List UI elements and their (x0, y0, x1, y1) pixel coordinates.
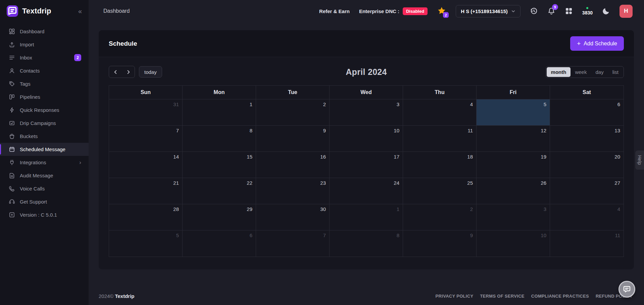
calendar-day[interactable]: 19 (477, 152, 550, 178)
account-dropdown[interactable]: H S (+15189134615) (456, 5, 521, 17)
calendar-day[interactable]: 10 (477, 230, 550, 257)
calendar-day[interactable]: 16 (256, 152, 330, 178)
sidebar-item-dashboard[interactable]: Dashboard (0, 25, 89, 38)
calendar-day[interactable]: 20 (550, 152, 624, 178)
calendar-view-week-button[interactable]: week (571, 67, 591, 77)
calendar-day[interactable]: 5 (109, 230, 183, 257)
add-schedule-button[interactable]: + Add Schedule (570, 36, 624, 51)
calendar-day[interactable]: 27 (550, 178, 624, 204)
sidebar-item-quick-responses[interactable]: Quick Responses (0, 103, 89, 117)
calendar-day[interactable]: 3 (330, 99, 403, 126)
calendar-day[interactable]: 6 (550, 99, 624, 126)
day-header-tue: Tue (256, 86, 330, 99)
sidebar-item-label: Tags (20, 81, 31, 87)
calendar-day[interactable]: 21 (109, 178, 183, 204)
day-number: 1 (250, 101, 252, 107)
calendar-day[interactable]: 6 (183, 230, 256, 257)
pipelines-icon (9, 94, 15, 100)
calendar-day[interactable]: 18 (403, 152, 477, 178)
footer-link-terms-of-service[interactable]: TERMS OF SERVICE (480, 294, 524, 299)
calendar-view-month-button[interactable]: month (547, 67, 571, 77)
calendar-day[interactable]: 30 (256, 204, 330, 230)
calendar-day[interactable]: 31 (109, 99, 183, 126)
calendar-day[interactable]: 26 (477, 178, 550, 204)
calendar-day[interactable]: 29 (183, 204, 256, 230)
inbox-icon (9, 54, 15, 61)
calendar-day[interactable]: 23 (256, 178, 330, 204)
sidebar-item-inbox[interactable]: Inbox2 (0, 51, 89, 64)
calendar-day[interactable]: 7 (109, 126, 183, 152)
day-number: 11 (467, 128, 473, 133)
calendar-day[interactable]: 17 (330, 152, 403, 178)
day-header-sat: Sat (550, 86, 624, 99)
sidebar-item-drip-campaigns[interactable]: Drip Campaigns (0, 117, 89, 130)
add-schedule-label: Add Schedule (584, 41, 617, 47)
award-icon[interactable]: 2 (437, 6, 446, 16)
sidebar-item-import[interactable]: Import (0, 38, 89, 51)
sidebar-item-get-support[interactable]: Get Support (0, 195, 89, 208)
calendar-day[interactable]: 9 (403, 230, 477, 257)
calendar-day-today[interactable]: 5 (477, 99, 550, 126)
calendar-day[interactable]: 24 (330, 178, 403, 204)
calendar-day[interactable]: 25 (403, 178, 477, 204)
day-number: 25 (467, 180, 473, 186)
dnc-status-badge: Disabled (403, 7, 428, 15)
help-tab[interactable]: Help (635, 150, 644, 170)
credits-amount: 3830 (582, 10, 593, 15)
calendar-day[interactable]: 22 (183, 178, 256, 204)
calendar-day[interactable]: 2 (256, 99, 330, 126)
calendar-day[interactable]: 12 (477, 126, 550, 152)
refer-earn-link[interactable]: Refer & Earn (319, 8, 350, 14)
sidebar-item-buckets[interactable]: Buckets (0, 130, 89, 143)
voice-calls-icon (9, 185, 15, 192)
calendar-day[interactable]: 15 (183, 152, 256, 178)
textdrip-logo-icon (7, 5, 18, 17)
day-number: 3 (397, 101, 399, 107)
calendar-day-headers: SunMonTueWedThuFriSat (109, 86, 624, 99)
dark-mode-moon-icon[interactable] (602, 7, 610, 15)
calendar-day[interactable]: 13 (550, 126, 624, 152)
calendar-day[interactable]: 11 (550, 230, 624, 257)
notifications-bell-icon[interactable]: 9 (547, 7, 555, 15)
sidebar: Textdrip « DashboardImportInbox2Contacts… (0, 0, 89, 305)
calendar-day[interactable]: 1 (183, 99, 256, 126)
calendar-day[interactable]: 9 (256, 126, 330, 152)
sidebar-item-tags[interactable]: Tags (0, 77, 89, 90)
sidebar-item-label: Audit Message (20, 173, 53, 178)
sidebar-item-contacts[interactable]: Contacts (0, 64, 89, 77)
sidebar-item-pipelines[interactable]: Pipelines (0, 90, 89, 103)
calendar-day[interactable]: 1 (330, 204, 403, 230)
calendar-day[interactable]: 3 (477, 204, 550, 230)
calendar-day[interactable]: 2 (403, 204, 477, 230)
sidebar-item-voice-calls[interactable]: Voice Calls (0, 182, 89, 195)
day-number: 28 (173, 206, 179, 212)
calendar-day[interactable]: 8 (183, 126, 256, 152)
history-icon[interactable] (530, 7, 538, 15)
calendar-day[interactable]: 8 (330, 230, 403, 257)
calendar-day[interactable]: 10 (330, 126, 403, 152)
schedule-card: Schedule + Add Schedule (99, 30, 634, 269)
calendar-day[interactable]: 11 (403, 126, 477, 152)
chat-widget-button[interactable] (618, 281, 635, 298)
calendar-view-list-button[interactable]: list (608, 67, 623, 77)
sidebar-collapse-button[interactable]: « (78, 7, 82, 15)
footer-link-compliance-practices[interactable]: COMPLIANCE PRACTICES (531, 294, 589, 299)
apps-grid-icon[interactable] (565, 7, 573, 15)
calendar-prev-button[interactable] (109, 66, 122, 78)
sidebar-item-integrations[interactable]: Integrations› (0, 156, 89, 169)
day-number: 27 (614, 180, 620, 186)
calendar-day[interactable]: 4 (403, 99, 477, 126)
sidebar-item-scheduled-message[interactable]: Scheduled Message (0, 143, 89, 156)
calendar-day[interactable]: 4 (550, 204, 624, 230)
sidebar-item-audit-message[interactable]: Audit Message (0, 169, 89, 182)
calendar-view-day-button[interactable]: day (591, 67, 608, 77)
avatar[interactable]: H (620, 5, 633, 18)
calendar-day[interactable]: 7 (256, 230, 330, 257)
calendar-today-button[interactable]: today (139, 66, 162, 78)
calendar-day[interactable]: 14 (109, 152, 183, 178)
calendar-day[interactable]: 28 (109, 204, 183, 230)
calendar-next-button[interactable] (122, 66, 135, 78)
sidebar-item-label: Quick Responses (20, 107, 59, 113)
credits-balance[interactable]: 3830 (582, 7, 593, 15)
footer-link-privacy-policy[interactable]: PRIVACY POLICY (436, 294, 474, 299)
